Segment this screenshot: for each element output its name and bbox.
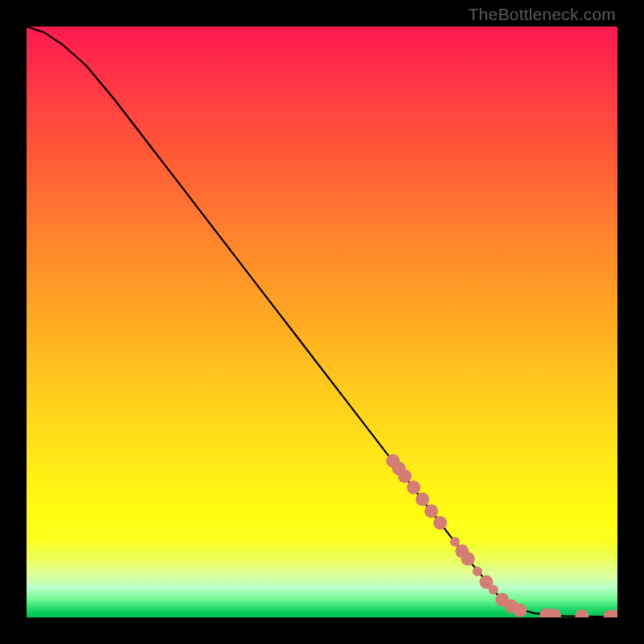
data-point [461,552,475,566]
data-point [489,585,498,595]
attribution-label: TheBottleneck.com [469,5,616,24]
data-point [450,537,460,547]
data-point [433,516,447,530]
data-point [424,504,438,518]
data-point [513,604,526,617]
data-point [407,481,420,494]
data-point [575,609,588,617]
chart-frame: TheBottleneck.com [0,0,644,644]
bottleneck-curve-line [27,27,617,617]
highlighted-points-group [386,454,617,617]
data-point [398,469,411,483]
data-point [415,493,429,506]
plot-area [27,27,617,617]
data-point [473,567,482,576]
curve-layer [27,27,617,617]
